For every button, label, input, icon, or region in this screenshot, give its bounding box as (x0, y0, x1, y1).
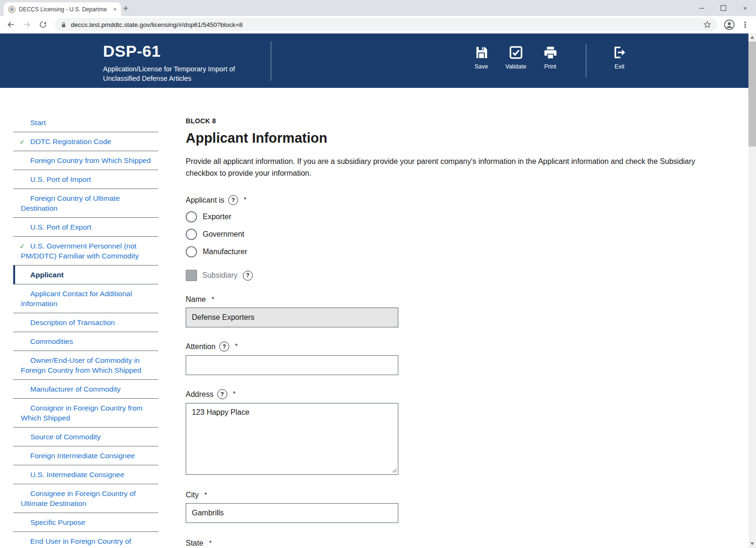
url-text[interactable]: deccs.test.pmddtc.state.gov/licensing/#/… (71, 21, 699, 28)
favicon-icon (8, 6, 16, 13)
city-label: City * (186, 491, 705, 499)
sidebar-item-consignor-foreign-country[interactable]: ✓Consignor in Foreign Country from Which… (13, 399, 158, 428)
header-divider (271, 41, 271, 81)
name-field: Name * (186, 295, 705, 327)
window-maximize-button[interactable] (713, 0, 734, 16)
radio-button-icon[interactable] (186, 246, 197, 257)
profile-avatar-button[interactable] (722, 17, 736, 32)
form-title-block: DSP-61 Application/License for Temporary… (103, 42, 245, 83)
radio-button-icon[interactable] (186, 229, 197, 240)
scroll-down-button[interactable] (748, 540, 756, 548)
radio-label: Exporter (203, 213, 231, 221)
scrollbar[interactable] (748, 33, 756, 548)
new-tab-button[interactable]: + (119, 2, 132, 15)
browser-toolbar: deccs.test.pmddtc.state.gov/licensing/#/… (0, 16, 756, 34)
url-bar[interactable]: deccs.test.pmddtc.state.gov/licensing/#/… (55, 18, 717, 31)
window-minimize-button[interactable] (691, 0, 713, 16)
sidebar-item-foreign-country-shipped[interactable]: ✓Foreign Country from Which Shipped (13, 151, 158, 170)
help-icon[interactable]: ? (219, 342, 229, 351)
attention-field: Attention ? * (186, 342, 705, 375)
sidebar-item-description-of-transaction[interactable]: ✓Description of Transaction (13, 313, 158, 332)
subsidiary-checkbox[interactable] (186, 270, 197, 281)
avatar-icon (724, 19, 735, 30)
sidebar-item-us-government-personnel[interactable]: ✓U.S. Government Personnel (not PM/DDTC)… (13, 237, 158, 265)
print-button[interactable]: Print (533, 45, 567, 70)
scroll-thumb[interactable] (748, 42, 756, 146)
radio-option-manufacturer[interactable]: Manufacturer (186, 246, 705, 257)
city-input[interactable] (186, 503, 398, 523)
sidebar-item-owner-end-user[interactable]: ✓Owner/End-User of Commodity in Foreign … (13, 351, 158, 380)
back-button[interactable] (4, 17, 18, 32)
validate-button[interactable]: Validate (498, 45, 533, 70)
save-label: Save (474, 63, 488, 70)
reload-icon (39, 20, 47, 29)
exit-icon (612, 45, 627, 60)
address-label: Address ? * (186, 389, 705, 399)
help-icon[interactable]: ? (217, 389, 227, 399)
address-textarea[interactable]: 123 Happy Place (186, 403, 398, 475)
lock-icon (60, 22, 67, 28)
sidebar-item-ddtc-registration-code[interactable]: ✓DDTC Registration Code (13, 132, 158, 151)
sidebar-item-us-port-export[interactable]: ✓U.S. Port of Export (13, 218, 158, 237)
sidebar-item-specific-purpose[interactable]: ✓Specific Purpose (13, 513, 158, 532)
validate-icon (509, 45, 523, 60)
sidebar-item-us-intermediate-consignee[interactable]: ✓U.S. Intermediate Consignee (13, 465, 158, 484)
window-close-button[interactable]: × (734, 0, 756, 16)
sidebar-item-source-of-commodity[interactable]: ✓Source of Commodity (13, 428, 158, 446)
form-code: DSP-61 (103, 42, 245, 60)
form-subtitle: Application/License for Temporary Import… (103, 64, 245, 83)
sidebar-item-us-port-import[interactable]: ✓U.S. Port of Import (13, 170, 158, 189)
forward-icon (22, 20, 32, 29)
required-asterisk: * (244, 195, 247, 203)
forward-button[interactable] (20, 17, 34, 32)
state-field: State * (186, 539, 705, 548)
radio-button-icon[interactable] (186, 211, 197, 223)
required-asterisk: * (233, 389, 236, 397)
help-icon[interactable]: ? (243, 271, 253, 281)
print-icon (543, 45, 558, 60)
resize-handle-icon[interactable] (392, 468, 397, 473)
save-icon (474, 45, 489, 60)
exit-button[interactable]: Exit (603, 45, 636, 70)
page-title: Applicant Information (186, 130, 705, 146)
exit-label: Exit (615, 63, 625, 70)
name-label: Name * (186, 295, 705, 304)
help-icon[interactable]: ? (228, 195, 238, 205)
name-input (186, 308, 398, 327)
sidebar-item-foreign-intermediate-consignee[interactable]: ✓Foreign Intermediate Consignee (13, 446, 158, 465)
radio-option-government[interactable]: Government (186, 229, 705, 240)
check-icon: ✓ (19, 137, 25, 147)
header-divider (586, 44, 586, 77)
scroll-up-button[interactable] (748, 34, 756, 41)
sidebar-item-foreign-country-ultimate-destination[interactable]: ✓Foreign Country of Ultimate Destination (13, 189, 158, 218)
browser-tab[interactable]: DECCS Licensing - U.S. Departme × (4, 2, 121, 16)
sidebar-item-end-user-foreign-country[interactable]: ✓End User in Foreign Country of (13, 532, 158, 548)
minimize-icon (699, 8, 704, 9)
sidebar-item-start[interactable]: ✓Start (13, 113, 158, 132)
address-field: Address ? * 123 Happy Place (186, 389, 705, 475)
radio-label: Manufacturer (203, 248, 247, 256)
attention-input[interactable] (186, 355, 398, 375)
form-section-nav: ✓Start ✓DDTC Registration Code ✓Foreign … (13, 113, 158, 548)
applicant-is-label: Applicant is ? * (186, 195, 705, 205)
header-actions: Save Validate Print (464, 45, 567, 70)
sidebar-item-manufacturer-of-commodity[interactable]: ✓Manufacturer of Commodity (13, 380, 158, 399)
intro-text: Provide all applicant information. If yo… (186, 155, 702, 179)
required-asterisk: * (212, 295, 215, 303)
tab-close-icon[interactable]: × (113, 6, 117, 12)
sidebar-item-applicant[interactable]: ✓Applicant (13, 265, 158, 284)
save-button[interactable]: Save (464, 45, 498, 70)
browser-tabstrip: DECCS Licensing - U.S. Departme × + × (0, 0, 756, 16)
maximize-icon (721, 5, 726, 11)
form-content: BLOCK 8 Applicant Information Provide al… (186, 117, 705, 548)
reload-button[interactable] (36, 17, 50, 32)
required-asterisk: * (209, 539, 212, 547)
sidebar-item-consignee-foreign-country[interactable]: ✓Consignee in Foreign Country of Ultimat… (13, 484, 158, 513)
radio-option-exporter[interactable]: Exporter (186, 211, 705, 223)
bookmark-star-icon[interactable] (703, 20, 712, 29)
attention-label: Attention ? * (186, 342, 705, 351)
sidebar-item-commodities[interactable]: ✓Commodities (13, 332, 158, 351)
browser-menu-button[interactable]: ⋮ (738, 17, 752, 32)
sidebar-item-applicant-contact[interactable]: ✓Applicant Contact for Additional Inform… (13, 284, 158, 313)
radio-label: Government (203, 230, 244, 239)
